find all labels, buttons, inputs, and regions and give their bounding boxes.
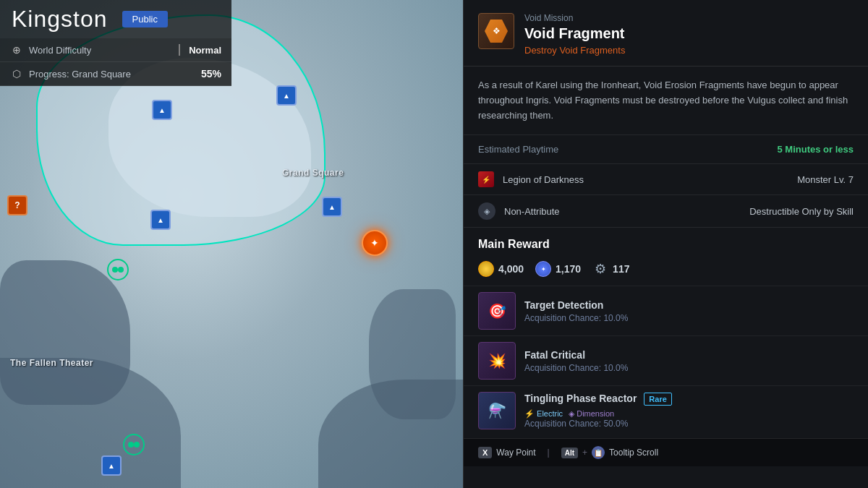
map-marker-4[interactable] xyxy=(152,100,172,120)
gear-icon: ⚙ xyxy=(592,261,608,277)
item-info-phase-reactor: Tingling Phase Reactor Rare ⚡ Electric ◈… xyxy=(524,393,854,429)
waypoint-label: Way Point xyxy=(496,448,535,458)
item-chance-phase-reactor: Acquisition Chance: 50.0% xyxy=(524,419,854,429)
progress-label: Progress: Grand Square xyxy=(29,69,195,80)
map-terrain-dark1 xyxy=(0,260,130,405)
city-name: Kingston xyxy=(12,6,108,33)
mission-type: Void Mission xyxy=(524,13,854,23)
hud-overlay: Kingston Public ⊕ World Difficulty Norma… xyxy=(0,0,231,86)
map-label-fallen-theater: The Fallen Theater xyxy=(10,358,93,368)
map-marker-3[interactable] xyxy=(150,210,171,230)
xp-icon: ✦ xyxy=(535,261,551,277)
reward-items-list: 🎯 Target Detection Acquisition Chance: 1… xyxy=(464,286,868,435)
map-marker-1[interactable] xyxy=(276,85,297,106)
mission-marker-inner: ✦ xyxy=(362,230,388,256)
item-tags-phase-reactor: ⚡ Electric ◈ Dimension xyxy=(524,409,854,419)
map-marker-question[interactable] xyxy=(7,195,27,215)
attribute-icon: ◈ xyxy=(478,202,495,220)
gear-reward: ⚙ 117 xyxy=(592,261,629,277)
gold-value: 4,000 xyxy=(498,263,524,275)
map-circle-1[interactable] xyxy=(107,259,129,281)
map-marker-5[interactable] xyxy=(101,455,122,476)
rewards-icons-row: 4,000 ✦ 1,170 ⚙ 117 xyxy=(464,258,868,286)
rare-badge: Rare xyxy=(644,393,671,406)
enemy-row: ⚡ Legion of Darkness Monster Lv. 7 xyxy=(464,164,868,195)
item-chance-target-detection: Acquisition Chance: 10.0% xyxy=(524,313,854,323)
world-difficulty-label: World Difficulty xyxy=(29,45,170,56)
hud-world-difficulty-row: ⊕ World Difficulty Normal xyxy=(0,38,231,62)
reward-item-row: 💥 Fatal Critical Acquisition Chance: 10.… xyxy=(464,335,868,385)
reward-item-row: ⚗️ Tingling Phase Reactor Rare ⚡ Electri… xyxy=(464,385,868,435)
mission-icon-box: ❖ xyxy=(478,13,514,49)
map-marker-2[interactable] xyxy=(322,197,342,217)
attribute-detail: Destructible Only by Skill xyxy=(749,206,854,217)
gear-value: 117 xyxy=(613,263,629,275)
map-terrain-dark2 xyxy=(369,289,456,419)
item-name-phase-reactor: Tingling Phase Reactor xyxy=(524,393,637,404)
side-panel: ❖ Void Mission Void Fragment Destroy Voi… xyxy=(463,0,868,488)
item-info-target-detection: Target Detection Acquisition Chance: 10.… xyxy=(524,299,854,323)
item-name-fatal-critical: Fatal Critical xyxy=(524,349,854,361)
panel-header-text: Void Mission Void Fragment Destroy Void … xyxy=(524,13,854,56)
attribute-row: ◈ Non-Attribute Destructible Only by Ski… xyxy=(464,195,868,228)
hud-divider xyxy=(179,44,180,56)
tag-electric: ⚡ Electric xyxy=(524,409,563,419)
tooltip-button[interactable]: Alt + 📋 Tooltip Scroll xyxy=(561,446,658,459)
attribute-name: Non-Attribute xyxy=(504,206,741,217)
enemy-level: Monster Lv. 7 xyxy=(797,174,854,185)
plus-separator: + xyxy=(582,448,587,458)
legion-icon: ⚡ xyxy=(478,171,494,187)
world-icon: ⊕ xyxy=(10,44,23,56)
xp-reward: ✦ 1,170 xyxy=(535,261,581,277)
gold-reward: 4,000 xyxy=(478,261,524,277)
gold-icon xyxy=(478,261,494,277)
enemy-faction: Legion of Darkness xyxy=(503,174,788,185)
item-icon-phase-reactor: ⚗️ xyxy=(478,392,516,429)
mission-marker[interactable]: ✦ xyxy=(362,230,388,256)
tag-dimension: ◈ Dimension xyxy=(569,409,614,419)
tooltip-scroll-icon: 📋 xyxy=(592,446,605,459)
item-info-fatal-critical: Fatal Critical Acquisition Chance: 10.0% xyxy=(524,349,854,373)
rewards-header: Main Reward xyxy=(464,228,868,258)
panel-header: ❖ Void Mission Void Fragment Destroy Voi… xyxy=(464,0,868,67)
mission-subtitle: Destroy Void Fragments xyxy=(524,45,854,56)
item-chance-fatal-critical: Acquisition Chance: 10.0% xyxy=(524,363,854,373)
waypoint-key: X xyxy=(478,447,492,458)
playtime-label: Estimated Playtime xyxy=(478,144,778,155)
progress-value: 55% xyxy=(201,68,221,80)
visibility-badge[interactable]: Public xyxy=(122,11,168,27)
hud-title-bar: Kingston Public xyxy=(0,0,231,38)
bottom-separator: | xyxy=(548,448,550,458)
map-circle-2[interactable] xyxy=(123,434,145,455)
playtime-row: Estimated Playtime 5 Minutes or less xyxy=(464,135,868,164)
waypoint-button[interactable]: X Way Point xyxy=(478,447,536,458)
item-icon-target-detection: 🎯 xyxy=(478,292,516,330)
mission-icon-hex: ❖ xyxy=(485,20,508,43)
shield-icon: ⬡ xyxy=(10,68,23,80)
world-difficulty-value: Normal xyxy=(189,45,221,56)
item-name-target-detection: Target Detection xyxy=(524,299,854,311)
mission-name: Void Fragment xyxy=(524,25,854,42)
mission-description: As a result of Karel using the Ironheart… xyxy=(464,67,868,135)
tooltip-key: Alt xyxy=(561,448,578,458)
reward-item-row: 🎯 Target Detection Acquisition Chance: 1… xyxy=(464,286,868,335)
item-icon-fatal-critical: 💥 xyxy=(478,342,516,380)
map-label-grand-square: Grand Square xyxy=(282,168,344,178)
hud-info-bar: ⊕ World Difficulty Normal ⬡ Progress: Gr… xyxy=(0,38,231,86)
playtime-value: 5 Minutes or less xyxy=(778,144,854,155)
hud-progress-row: ⬡ Progress: Grand Square 55% xyxy=(0,62,231,86)
xp-value: 1,170 xyxy=(556,263,581,275)
panel-bottom-bar: X Way Point | Alt + 📋 Tooltip Scroll xyxy=(464,438,868,466)
tooltip-label: Tooltip Scroll xyxy=(609,448,658,458)
